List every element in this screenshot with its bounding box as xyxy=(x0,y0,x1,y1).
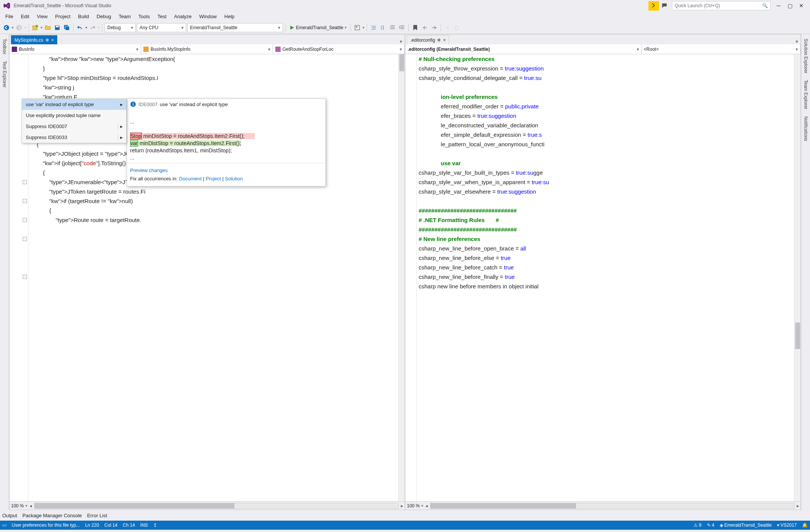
nav-scope-combo[interactable]: <Root>▾ xyxy=(642,44,801,54)
diff-return-line: return (routeAndStops.Item1, minDistStop… xyxy=(130,147,232,153)
right-hscrollbar[interactable] xyxy=(430,503,794,509)
menu-test[interactable]: Test xyxy=(154,13,170,20)
right-gutter xyxy=(405,54,417,501)
menu-build[interactable]: Build xyxy=(74,13,93,20)
close-tab-icon[interactable]: × xyxy=(443,38,446,43)
platform-combo[interactable]: Any CPU▾ xyxy=(137,23,186,32)
outline-toggle[interactable]: - xyxy=(23,237,27,241)
nav-back-button[interactable] xyxy=(2,23,11,32)
toolbar-btn-6[interactable] xyxy=(421,23,429,32)
status-errors[interactable]: ✎ 4 xyxy=(707,523,714,528)
menu-tools[interactable]: Tools xyxy=(135,13,154,20)
status-ch[interactable]: Ch 14 xyxy=(123,523,135,528)
outline-toggle[interactable]: - xyxy=(23,275,27,279)
menu-team[interactable]: Team xyxy=(115,13,135,20)
sidebar-tab-solution-explorer[interactable]: Solution Explorer xyxy=(803,36,808,75)
redo-button[interactable] xyxy=(88,23,97,32)
menu-view[interactable]: View xyxy=(33,13,51,20)
status-notifications-icon[interactable]: 🔔 xyxy=(802,523,808,528)
outline-toggle[interactable]: - xyxy=(23,218,27,222)
nav-class-combo[interactable]: BusInfo.MyStopInfo▾ xyxy=(141,44,273,54)
flag-badge-icon[interactable] xyxy=(648,1,659,11)
close-tab-icon[interactable]: × xyxy=(51,38,54,43)
right-code-editor[interactable]: # Null-checking preferencescsharp_style_… xyxy=(405,54,801,501)
menu-bar: File Edit View Project Build Debug Team … xyxy=(0,11,810,21)
fix-project-link[interactable]: Project xyxy=(206,176,221,182)
status-vs-version[interactable]: ▾ VS2017 xyxy=(777,523,797,528)
undo-button[interactable] xyxy=(76,23,84,32)
right-vscrollbar[interactable] xyxy=(794,54,801,501)
code-line: le_pattern_local_over_anonymous_functi xyxy=(419,139,794,149)
status-ln[interactable]: Ln 220 xyxy=(85,523,99,528)
close-button[interactable]: ✕ xyxy=(796,2,807,9)
chevron-down-icon[interactable]: ▾ xyxy=(793,39,801,44)
chevron-down-icon[interactable]: ▾ xyxy=(397,39,405,44)
quick-action-item[interactable]: Suppress IDE0007▸ xyxy=(22,121,126,132)
save-button[interactable] xyxy=(53,23,61,32)
right-zoom-level[interactable]: 100 % xyxy=(407,503,420,509)
status-project[interactable]: ◈ EmeraldTransit_Seattle xyxy=(720,523,772,528)
code-line: } xyxy=(30,64,398,73)
feedback-icon[interactable] xyxy=(659,1,670,11)
quick-launch-input[interactable]: Quick Launch (Ctrl+Q) 🔍 xyxy=(672,1,771,10)
minimize-button[interactable]: ─ xyxy=(773,2,784,9)
menu-help[interactable]: Help xyxy=(221,13,239,20)
new-project-button[interactable] xyxy=(31,23,39,32)
chevron-down-icon[interactable]: ▾ xyxy=(41,25,42,30)
menu-analyze[interactable]: Analyze xyxy=(170,13,195,20)
bookmark-icon[interactable] xyxy=(411,23,419,32)
sidebar-tab-notifications[interactable]: Notifications xyxy=(803,114,808,143)
toolbar-btn-4[interactable] xyxy=(388,23,397,32)
code-line: csharp_style_throw_expression = true:sug… xyxy=(419,64,794,73)
status-col[interactable]: Col 14 xyxy=(104,523,118,528)
tab-error-list[interactable]: Error List xyxy=(87,513,107,518)
left-vscrollbar[interactable] xyxy=(398,54,405,501)
sidebar-tab-test-explorer[interactable]: Test Explorer xyxy=(2,59,7,90)
pin-icon[interactable]: ⊕ xyxy=(46,38,49,42)
tab-editorconfig[interactable]: .editorconfig ⊕ × xyxy=(407,35,449,44)
left-hscrollbar[interactable] xyxy=(34,503,399,509)
config-combo[interactable]: Debug▾ xyxy=(105,23,136,32)
open-file-button[interactable] xyxy=(44,23,52,32)
sidebar-tab-team-explorer[interactable]: Team Explorer xyxy=(803,78,808,111)
chevron-down-icon[interactable]: ▾ xyxy=(85,25,87,30)
save-all-button[interactable] xyxy=(63,23,71,32)
nav-file-combo[interactable]: .editorconfig (EmeraldTransit_Seattle)▾ xyxy=(405,44,642,54)
quick-action-item[interactable]: Suppress IDE0033▸ xyxy=(22,132,126,143)
maximize-button[interactable]: ▢ xyxy=(784,2,796,9)
sidebar-tab-toolbox[interactable]: Toolbox xyxy=(2,36,7,56)
pin-icon[interactable]: ⊕ xyxy=(437,38,441,42)
tab-package-manager[interactable]: Package Manager Console xyxy=(22,513,82,518)
chevron-down-icon[interactable]: ▾ xyxy=(12,25,14,30)
status-publish-icon[interactable]: ↥ xyxy=(153,523,157,528)
fix-solution-link[interactable]: Solution xyxy=(225,176,243,182)
toolbar-btn-2[interactable] xyxy=(369,23,378,32)
menu-edit[interactable]: Edit xyxy=(17,13,33,20)
toolbar-btn-3[interactable] xyxy=(379,23,387,32)
toolbar-btn-1[interactable] xyxy=(353,23,361,32)
start-debug-button[interactable]: EmeraldTransit_Seattle ▾ xyxy=(288,23,348,32)
nav-method-combo[interactable]: GetRouteAndStopForLoc▾ xyxy=(273,44,405,54)
menu-debug[interactable]: Debug xyxy=(93,13,115,20)
startup-project-combo[interactable]: EmeraldTransit_Seattle▾ xyxy=(187,23,283,32)
code-line: ############################### xyxy=(419,206,794,215)
quick-action-item[interactable]: Use explicitly provided tuple name xyxy=(22,110,126,121)
menu-project[interactable]: Project xyxy=(51,13,74,20)
outline-toggle[interactable]: - xyxy=(23,180,27,184)
menu-file[interactable]: File xyxy=(2,13,17,20)
status-ins[interactable]: INS xyxy=(140,523,148,528)
left-zoom-level[interactable]: 100 % xyxy=(11,503,24,509)
status-warnings[interactable]: ⚠ 9 xyxy=(694,523,702,528)
quick-action-item[interactable]: use 'var' instead of explicit type▸ xyxy=(22,99,126,110)
toolbar-btn-5[interactable] xyxy=(398,23,406,32)
toolbar-btn-7[interactable] xyxy=(430,23,438,32)
chevron-down-icon[interactable]: ▾ xyxy=(363,25,364,30)
nav-namespace-combo[interactable]: BusInfo▾ xyxy=(9,44,141,54)
tab-mystopinfo[interactable]: MyStopInfo.cs ⊕ × xyxy=(11,35,57,44)
diff-new-line: minDistStop = routeAndStops.Item2.First(… xyxy=(138,140,241,146)
fix-document-link[interactable]: Document xyxy=(179,176,201,182)
menu-window[interactable]: Window xyxy=(195,13,220,20)
tab-output[interactable]: Output xyxy=(2,513,17,518)
preview-changes-link[interactable]: Preview changes xyxy=(130,167,168,173)
outline-toggle[interactable]: - xyxy=(23,199,27,203)
